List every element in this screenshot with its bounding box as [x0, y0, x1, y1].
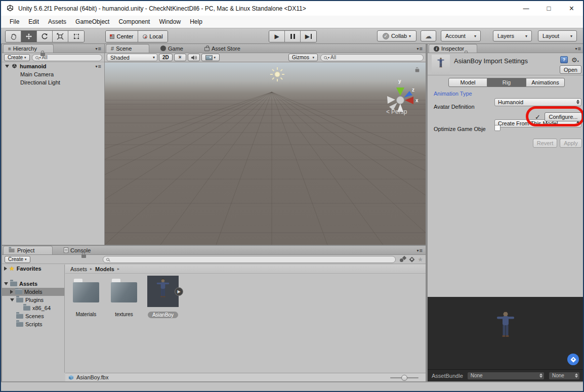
- shading-mode-dropdown[interactable]: Shaded ▾: [107, 54, 157, 61]
- scene-menu-icon[interactable]: [417, 46, 423, 52]
- tab-rig[interactable]: Rig: [487, 78, 526, 87]
- maximize-button[interactable]: □: [537, 1, 560, 16]
- project-menu-icon[interactable]: [417, 247, 423, 253]
- tab-inspector[interactable]: Inspector: [429, 44, 477, 53]
- hierarchy-lock-icon[interactable]: [40, 53, 45, 56]
- menu-gameobject[interactable]: GameObject: [71, 18, 114, 25]
- apply-button[interactable]: Apply: [560, 139, 582, 148]
- play-button[interactable]: ▶: [269, 31, 285, 42]
- search-by-label-icon[interactable]: [409, 256, 414, 262]
- optimize-checkbox[interactable]: [494, 125, 500, 131]
- layers-dropdown[interactable]: Layers ▾: [493, 30, 532, 41]
- tab-game[interactable]: Game: [156, 44, 187, 53]
- scene-search-input[interactable]: ▾ All: [320, 54, 424, 61]
- tab-asset-store[interactable]: Asset Store: [200, 44, 244, 53]
- rotate-tool-button[interactable]: [37, 31, 53, 42]
- collab-check-icon: [383, 33, 389, 39]
- cloud-button[interactable]: ☁: [421, 30, 436, 41]
- pause-button[interactable]: [285, 31, 301, 42]
- tree-x86-64[interactable]: x86_64: [2, 304, 64, 312]
- expander-down-icon[interactable]: [10, 298, 14, 301]
- hand-tool-button[interactable]: [6, 31, 21, 42]
- project-create-button[interactable]: Create ▾: [5, 256, 30, 263]
- help-icon[interactable]: [560, 56, 568, 63]
- effects-dropdown-button[interactable]: ▾: [201, 54, 220, 61]
- scale-tool-button[interactable]: [53, 31, 68, 42]
- hierarchy-scene-row[interactable]: humanoid: [2, 62, 104, 70]
- gizmos-dropdown[interactable]: Gizmos ▾: [288, 54, 318, 61]
- gear-icon[interactable]: ⚙▾: [571, 55, 579, 64]
- menu-window[interactable]: Window: [154, 18, 185, 25]
- item-label-selected: AsianBoy: [148, 312, 178, 318]
- breadcrumb-models[interactable]: Models: [95, 266, 114, 272]
- tab-model[interactable]: Model: [448, 78, 487, 87]
- account-dropdown[interactable]: Account ▾: [441, 30, 481, 41]
- hierarchy-item-directional-light[interactable]: Directional Light: [2, 78, 104, 86]
- preview-area[interactable]: [428, 297, 584, 369]
- menu-file[interactable]: File: [5, 18, 24, 25]
- lighting-toggle-button[interactable]: ☀: [174, 54, 186, 61]
- sun-gizmo-icon[interactable]: [270, 67, 285, 82]
- space-button[interactable]: Local: [138, 31, 168, 42]
- tree-scenes[interactable]: Scenes: [2, 312, 64, 320]
- menu-edit[interactable]: Edit: [24, 18, 44, 25]
- collab-button[interactable]: Collab ▾: [377, 30, 416, 41]
- tab-console[interactable]: Console: [60, 246, 95, 254]
- image-icon: [205, 55, 213, 60]
- persp-toggle[interactable]: < Persp: [386, 108, 407, 115]
- step-button[interactable]: ▶: [301, 31, 316, 42]
- breadcrumb-assets[interactable]: Assets: [70, 266, 87, 272]
- animation-type-dropdown[interactable]: Humanoid: [494, 98, 581, 106]
- project-lock-icon[interactable]: [81, 254, 86, 258]
- expander-right-icon[interactable]: [4, 267, 7, 271]
- tab-hierarchy[interactable]: ≡ Hierarchy: [3, 44, 54, 53]
- open-button[interactable]: Open: [560, 65, 581, 74]
- item-asianboy[interactable]: ▶ AsianBoy: [145, 276, 181, 319]
- move-tool-button[interactable]: [21, 31, 37, 42]
- item-textures[interactable]: textures: [107, 279, 141, 317]
- project-tree: ★ Favorites Assets Models Plugins x86_64: [2, 265, 65, 373]
- asset-bundle-dropdown[interactable]: None: [467, 372, 545, 380]
- menu-component[interactable]: Component: [114, 18, 154, 25]
- scene-lock-icon[interactable]: [415, 69, 420, 72]
- asset-labels-button[interactable]: [567, 354, 579, 365]
- audio-toggle-button[interactable]: [188, 54, 200, 61]
- item-materials[interactable]: Materials: [69, 279, 103, 317]
- scene-menu-icon[interactable]: [96, 63, 101, 69]
- hierarchy-menu-icon[interactable]: [96, 46, 101, 52]
- expander-right-icon[interactable]: [10, 290, 13, 294]
- thumbnail-size-slider[interactable]: [390, 377, 419, 378]
- asset-bundle-variant-value: None: [552, 373, 564, 378]
- expand-asset-icon[interactable]: ▶: [175, 287, 183, 296]
- menu-help[interactable]: Help: [185, 18, 207, 25]
- pivot-button[interactable]: Center: [106, 31, 138, 42]
- tab-project[interactable]: Project: [3, 246, 53, 254]
- tree-item-label: Plugins: [25, 297, 44, 303]
- tree-assets[interactable]: Assets: [2, 280, 64, 288]
- tree-scripts[interactable]: Scripts: [2, 320, 64, 328]
- search-by-type-icon[interactable]: [400, 256, 405, 262]
- rect-tool-button[interactable]: [68, 31, 84, 42]
- tree-plugins[interactable]: Plugins: [2, 296, 64, 304]
- inspector-menu-icon[interactable]: [575, 46, 581, 52]
- revert-button[interactable]: Revert: [533, 139, 557, 148]
- layers-label: Layers: [497, 33, 514, 39]
- scene-viewport[interactable]: y z x < Persp: [105, 63, 426, 245]
- tab-animations[interactable]: Animations: [526, 78, 565, 87]
- hierarchy-create-button[interactable]: Create ▾: [4, 54, 30, 61]
- expander-down-icon[interactable]: [4, 282, 8, 285]
- 2d-toggle-button[interactable]: 2D: [159, 54, 173, 61]
- project-search-input[interactable]: [103, 256, 396, 263]
- tab-scene[interactable]: # Scene: [106, 44, 149, 53]
- layout-dropdown[interactable]: Layout ▾: [538, 30, 577, 41]
- tree-favorites[interactable]: ★ Favorites: [2, 265, 64, 273]
- menu-assets[interactable]: Assets: [44, 18, 71, 25]
- tree-models[interactable]: Models: [2, 288, 64, 296]
- asset-bundle-variant-dropdown[interactable]: None: [549, 372, 580, 380]
- slider-knob[interactable]: [401, 375, 407, 381]
- expander-down-icon[interactable]: [5, 65, 9, 68]
- hierarchy-item-main-camera[interactable]: Main Camera: [2, 70, 104, 78]
- close-button[interactable]: ×: [560, 1, 583, 16]
- minimize-button[interactable]: —: [515, 1, 537, 16]
- favorites-star-icon[interactable]: ★: [418, 256, 423, 263]
